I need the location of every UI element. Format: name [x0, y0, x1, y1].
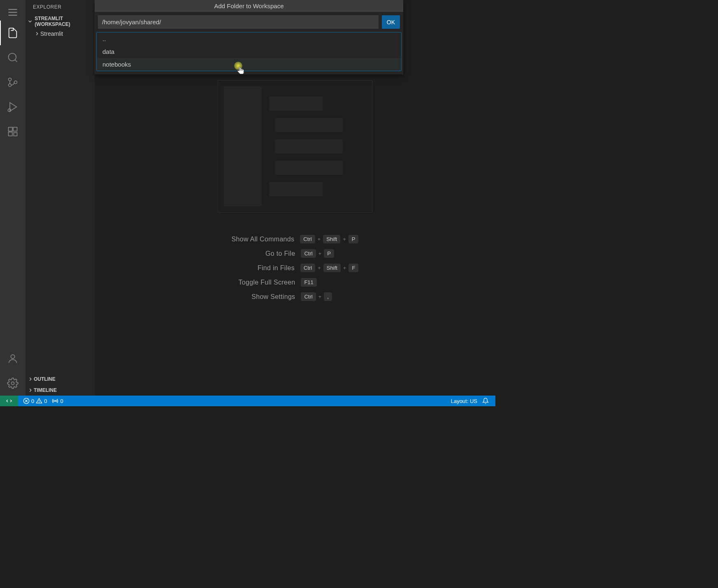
shortcut-label: Go to File	[265, 250, 295, 257]
activity-bar	[0, 0, 26, 396]
status-bar: 0 0 0 Layout: US	[0, 396, 495, 406]
remote-indicator[interactable]	[0, 396, 18, 406]
folder-entries-list: ..datanotebooks	[96, 32, 402, 71]
shortcut-label: Show Settings	[251, 293, 295, 301]
shortcut-keys: Ctrl+Shift+F	[300, 264, 358, 272]
workspace-label: STREAMLIT (WORKSPACE)	[35, 16, 93, 27]
shortcut-keys: Ctrl+,	[301, 292, 358, 301]
errors-count: 0	[31, 398, 34, 404]
explorer-sidebar: EXPLORER STREAMLIT (WORKSPACE) Streamlit	[26, 0, 95, 396]
svg-rect-12	[9, 132, 12, 136]
svg-point-21	[55, 400, 56, 402]
search-icon[interactable]	[0, 45, 26, 70]
svg-point-15	[12, 382, 14, 385]
editor-placeholder-graphic	[218, 80, 372, 213]
extensions-icon[interactable]	[0, 119, 26, 144]
shortcut-label: Find in Files	[258, 264, 295, 272]
ports-count: 0	[60, 398, 63, 404]
shortcut-keys: Ctrl+P	[301, 249, 358, 258]
outline-panel-header[interactable]: OUTLINE	[26, 373, 95, 384]
chevron-right-icon	[27, 387, 34, 394]
tree-item-label: Streamlit	[40, 30, 63, 37]
add-folder-dialog: Add Folder to Workspace OK ..datanoteboo…	[95, 0, 403, 74]
chevron-right-icon	[27, 376, 34, 382]
svg-point-5	[9, 78, 12, 81]
chevron-down-icon	[27, 18, 33, 25]
chevron-right-icon	[34, 30, 40, 37]
shortcut-row: Toggle Full ScreenF11	[232, 278, 359, 287]
svg-point-14	[11, 355, 14, 359]
sidebar-title: EXPLORER	[26, 0, 95, 14]
problems-indicator[interactable]: 0 0	[21, 398, 49, 404]
svg-point-6	[9, 84, 12, 87]
notifications-icon[interactable]	[480, 398, 491, 404]
timeline-panel-header[interactable]: TIMELINE	[26, 384, 95, 396]
folder-path-input[interactable]	[98, 15, 379, 29]
svg-rect-13	[14, 132, 17, 136]
shortcut-label: Toggle Full Screen	[238, 279, 295, 286]
workspace-header[interactable]: STREAMLIT (WORKSPACE)	[26, 14, 95, 29]
settings-icon[interactable]	[0, 371, 26, 396]
folder-entry[interactable]: ..	[97, 32, 401, 45]
svg-rect-10	[9, 127, 12, 131]
outline-label: OUTLINE	[34, 376, 56, 382]
shortcut-list: Show All CommandsCtrl+Shift+PGo to FileC…	[232, 235, 359, 301]
ok-button[interactable]: OK	[382, 15, 400, 29]
shortcut-row: Find in FilesCtrl+Shift+F	[232, 264, 359, 272]
svg-point-20	[39, 402, 40, 403]
accounts-icon[interactable]	[0, 346, 26, 371]
svg-line-4	[15, 60, 17, 62]
keyboard-layout[interactable]: Layout: US	[448, 398, 480, 404]
shortcut-label: Show All Commands	[232, 236, 295, 243]
shortcut-row: Go to FileCtrl+P	[232, 249, 359, 258]
tree-item-streamlit[interactable]: Streamlit	[26, 29, 95, 39]
shortcut-keys: Ctrl+Shift+P	[300, 235, 358, 243]
shortcut-row: Show All CommandsCtrl+Shift+P	[232, 235, 359, 243]
svg-point-9	[8, 109, 11, 112]
svg-point-3	[9, 53, 16, 61]
svg-point-7	[14, 81, 17, 84]
explorer-icon[interactable]	[0, 21, 26, 45]
menu-icon[interactable]	[0, 4, 26, 21]
folder-entry[interactable]: data	[97, 45, 401, 58]
dialog-title: Add Folder to Workspace	[95, 0, 403, 12]
warnings-count: 0	[44, 398, 47, 404]
run-debug-icon[interactable]	[0, 95, 26, 119]
ports-indicator[interactable]: 0	[49, 398, 65, 404]
folder-entry[interactable]: notebooks	[97, 58, 401, 71]
timeline-label: TIMELINE	[34, 387, 57, 393]
shortcut-keys: F11	[301, 278, 358, 287]
shortcut-row: Show SettingsCtrl+,	[232, 292, 359, 301]
svg-rect-11	[13, 127, 17, 131]
source-control-icon[interactable]	[0, 70, 26, 95]
